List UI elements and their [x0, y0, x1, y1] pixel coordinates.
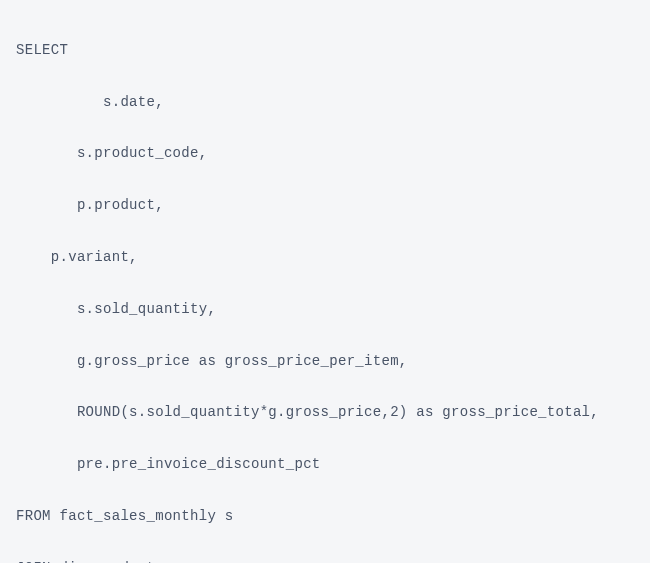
code-line: ROUND(s.sold_quantity*g.gross_price,2) a… [16, 400, 634, 426]
code-line: JOIN dim_product p [16, 556, 634, 563]
sql-code-block: SELECT s.date, s.product_code, p.product… [16, 12, 634, 563]
code-line: FROM fact_sales_monthly s [16, 504, 634, 530]
code-line: p.product, [16, 193, 634, 219]
code-line: s.product_code, [16, 141, 634, 167]
code-line: g.gross_price as gross_price_per_item, [16, 349, 634, 375]
code-line: p.variant, [16, 245, 634, 271]
code-line: s.date, [16, 90, 634, 116]
code-line: pre.pre_invoice_discount_pct [16, 452, 634, 478]
code-line: SELECT [16, 38, 634, 64]
code-line: s.sold_quantity, [16, 297, 634, 323]
